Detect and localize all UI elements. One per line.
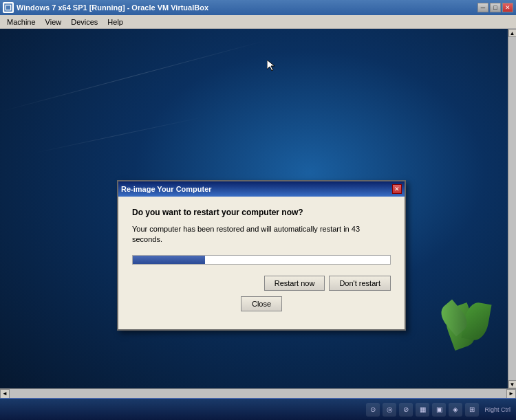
dialog-question: Do you want to restart your computer now… (132, 208, 391, 217)
decorative-streak-2 (34, 117, 203, 153)
menu-bar: Machine View Devices Help (0, 15, 516, 29)
taskbar-icon-3[interactable]: ⊘ (399, 403, 413, 417)
maximize-button[interactable]: □ (490, 3, 501, 12)
reimage-dialog: Re-image Your Computer ✕ Do you want to … (117, 180, 406, 331)
scroll-left-arrow[interactable]: ◄ (0, 389, 10, 399)
dialog-footer: Close (132, 296, 391, 318)
taskbar-icon-5[interactable]: ▣ (432, 403, 446, 417)
vbox-window: Windows 7 x64 SP1 [Running] - Oracle VM … (0, 0, 516, 420)
taskbar: ⊙ ◎ ⊘ ▦ ▣ ◈ ⊞ Right Ctrl (0, 398, 516, 420)
dialog-buttons: Restart now Don't restart (132, 276, 391, 291)
right-ctrl-label: Right Ctrl (484, 406, 510, 413)
title-bar-left: Windows 7 x64 SP1 [Running] - Oracle VM … (3, 2, 208, 13)
dialog-title-bar: Re-image Your Computer ✕ (118, 181, 405, 197)
plant-decoration (433, 278, 488, 347)
menu-devices[interactable]: Devices (67, 16, 102, 27)
vm-display: Re-image Your Computer ✕ Do you want to … (0, 29, 516, 388)
minimize-button[interactable]: ─ (477, 3, 488, 12)
taskbar-icon-6[interactable]: ◈ (449, 403, 462, 417)
bottom-scrollbar: ◄ ► (0, 388, 516, 398)
dont-restart-button[interactable]: Don't restart (329, 276, 391, 291)
dialog-title: Re-image Your Computer (121, 185, 212, 193)
title-bar: Windows 7 x64 SP1 [Running] - Oracle VM … (0, 0, 516, 15)
scroll-right-arrow[interactable]: ► (506, 389, 516, 399)
svg-marker-2 (267, 60, 275, 71)
title-buttons: ─ □ ✕ (477, 3, 513, 12)
progress-bar-container (132, 255, 391, 265)
dialog-message: Your computer has been restored and will… (132, 224, 391, 245)
progress-bar-fill (133, 256, 205, 264)
right-scrollbar: ▲ ▼ (508, 29, 516, 388)
restart-now-button[interactable]: Restart now (264, 276, 325, 291)
window-close-button[interactable]: ✕ (502, 3, 513, 12)
vbox-icon (3, 2, 14, 13)
decorative-streak-1 (0, 40, 266, 111)
mouse-cursor (267, 60, 275, 71)
dialog-close-button[interactable]: ✕ (392, 184, 402, 194)
taskbar-icon-7[interactable]: ⊞ (465, 403, 479, 417)
h-scroll-track (10, 389, 506, 398)
window-title: Windows 7 x64 SP1 [Running] - Oracle VM … (17, 3, 208, 12)
menu-view[interactable]: View (41, 16, 66, 27)
menu-help[interactable]: Help (103, 16, 127, 27)
dialog-content: Do you want to restart your computer now… (118, 197, 405, 329)
scroll-up-arrow[interactable]: ▲ (508, 29, 517, 37)
taskbar-icon-2[interactable]: ◎ (383, 403, 396, 417)
desktop-background: Re-image Your Computer ✕ Do you want to … (0, 29, 516, 388)
scroll-down-arrow[interactable]: ▼ (508, 380, 517, 388)
taskbar-icon-1[interactable]: ⊙ (366, 403, 380, 417)
svg-rect-1 (6, 5, 10, 10)
taskbar-icon-4[interactable]: ▦ (416, 403, 429, 417)
menu-machine[interactable]: Machine (3, 16, 40, 27)
close-button[interactable]: Close (241, 296, 282, 311)
